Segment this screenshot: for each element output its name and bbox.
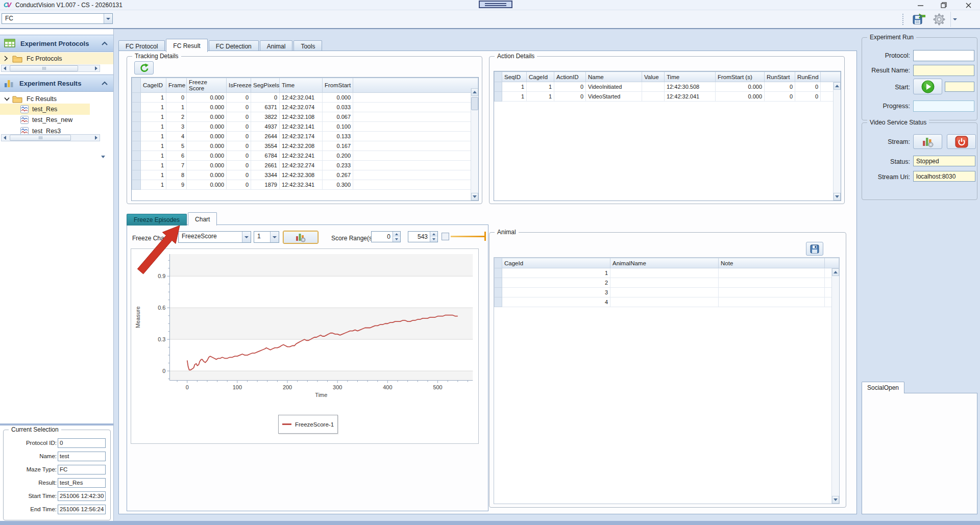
- tab-chart[interactable]: Chart: [188, 212, 217, 226]
- tab-freeze-episodes[interactable]: Freeze Episodes: [127, 214, 187, 226]
- table-row[interactable]: 110VideoInitiated12:42:30.5080.00000: [495, 82, 841, 92]
- range-max-input[interactable]: 543: [408, 231, 438, 242]
- protocol-field[interactable]: [913, 50, 974, 61]
- table-cell[interactable]: 1: [141, 151, 166, 161]
- table-cell[interactable]: 1: [141, 170, 166, 180]
- row-header-cell[interactable]: [495, 297, 502, 307]
- restore-button[interactable]: [935, 0, 952, 10]
- drag-handle[interactable]: [479, 1, 512, 8]
- table-cell[interactable]: 2: [502, 278, 610, 288]
- table-row[interactable]: 120.0000382212:42:32.1080.067: [132, 112, 478, 122]
- row-header-cell[interactable]: [495, 268, 502, 278]
- result-name-field[interactable]: [913, 65, 974, 76]
- name-field[interactable]: test: [58, 452, 106, 461]
- stream-chart-button[interactable]: [913, 134, 942, 149]
- table-cell[interactable]: 12:42:30.508: [665, 82, 716, 92]
- table-row[interactable]: 140.0000264412:42:32.1740.133: [132, 132, 478, 141]
- dropdown-button[interactable]: [104, 14, 112, 23]
- table-cell[interactable]: 12:42:32.208: [280, 141, 323, 151]
- table-cell[interactable]: 3344: [251, 170, 280, 180]
- table-cell[interactable]: 12:42:32.241: [280, 151, 323, 161]
- table-cell[interactable]: [642, 82, 665, 92]
- settings-button[interactable]: [930, 12, 948, 27]
- row-header-cell[interactable]: [495, 92, 502, 102]
- table-cell[interactable]: 0.000: [187, 180, 227, 190]
- scroll-up-button[interactable]: [834, 82, 841, 90]
- chevron-right-icon[interactable]: [4, 56, 10, 62]
- table-cell[interactable]: 0.233: [323, 161, 353, 170]
- table-cell[interactable]: 3822: [251, 112, 280, 122]
- table-cell[interactable]: 0.033: [323, 103, 353, 112]
- table-cell[interactable]: [719, 278, 825, 288]
- table-cell[interactable]: 0: [227, 132, 251, 141]
- table-cell[interactable]: 3: [166, 122, 187, 132]
- dropdown-button[interactable]: [242, 232, 251, 242]
- close-button[interactable]: [960, 0, 977, 10]
- table-row[interactable]: 1: [495, 268, 839, 278]
- stream-power-button[interactable]: [947, 134, 976, 149]
- table-cell[interactable]: 12:42:32.308: [280, 170, 323, 180]
- column-header-cageid[interactable]: CageID: [141, 78, 166, 93]
- table-cell[interactable]: 0: [227, 180, 251, 190]
- table-cell[interactable]: [610, 268, 719, 278]
- toolbar-grip[interactable]: [902, 14, 905, 25]
- column-header-time[interactable]: Time: [280, 78, 323, 93]
- table-cell[interactable]: 1: [141, 103, 166, 112]
- table-cell[interactable]: 4937: [251, 122, 280, 132]
- row-header-cell[interactable]: [132, 141, 141, 151]
- table-cell[interactable]: 0.067: [323, 112, 353, 122]
- dropdown-button[interactable]: [270, 232, 279, 242]
- table-cell[interactable]: 1: [141, 141, 166, 151]
- tab-socialopen[interactable]: SocialOpen: [862, 382, 904, 393]
- row-header-cell[interactable]: [495, 82, 502, 92]
- table-cell[interactable]: 0.167: [323, 141, 353, 151]
- table-row[interactable]: 160.0000678412:42:32.2410.200: [132, 151, 478, 161]
- sidebar-splitter[interactable]: [0, 423, 113, 426]
- table-cell[interactable]: 0.000: [187, 103, 227, 112]
- spinner[interactable]: [430, 232, 437, 242]
- table-cell[interactable]: 0.267: [323, 170, 353, 180]
- row-header-cell[interactable]: [132, 170, 141, 180]
- table-cell[interactable]: 1: [166, 103, 187, 112]
- column-header-note[interactable]: Note: [719, 258, 825, 268]
- table-cell[interactable]: 0.000: [187, 141, 227, 151]
- table-cell[interactable]: 0: [227, 141, 251, 151]
- table-cell[interactable]: 0: [227, 112, 251, 122]
- maze-type-field[interactable]: FC: [58, 465, 106, 474]
- refresh-button[interactable]: [134, 61, 154, 74]
- scroll-down-button[interactable]: [834, 193, 841, 201]
- scrollbar-thumb[interactable]: [10, 135, 71, 141]
- table-row[interactable]: 150.0000355412:42:32.2080.167: [132, 141, 478, 151]
- table-row[interactable]: 3: [495, 288, 839, 297]
- chart-legend[interactable]: FreezeScore-1: [278, 415, 338, 434]
- minimize-button[interactable]: [912, 0, 929, 10]
- column-header-actionid[interactable]: ActionID: [554, 72, 586, 82]
- column-header-seqid[interactable]: SeqID: [502, 72, 527, 82]
- table-cell[interactable]: 1: [141, 112, 166, 122]
- scroll-down-button[interactable]: [832, 496, 839, 504]
- table-cell[interactable]: 4: [502, 297, 610, 307]
- toolbar-overflow-button[interactable]: [950, 12, 959, 27]
- table-cell[interactable]: 1879: [251, 180, 280, 190]
- table-cell[interactable]: 7: [166, 161, 187, 170]
- table-cell[interactable]: 6371: [251, 103, 280, 112]
- chevron-up-icon[interactable]: [101, 41, 108, 45]
- table-cell[interactable]: 3554: [251, 141, 280, 151]
- column-header-segpixels[interactable]: SegPixels: [251, 78, 280, 93]
- tree-item-fc-protocols[interactable]: Fc Protocols: [0, 53, 113, 64]
- vertical-scrollbar[interactable]: [471, 88, 478, 201]
- tree-scroll-down-button[interactable]: [101, 156, 105, 158]
- stream-uri-field[interactable]: localhost:8030: [913, 171, 975, 182]
- horizontal-scrollbar[interactable]: [1, 65, 100, 72]
- table-cell[interactable]: [719, 297, 825, 307]
- horizontal-scrollbar[interactable]: [1, 134, 100, 141]
- table-cell[interactable]: [642, 92, 665, 102]
- table-row[interactable]: 190.0000187912:42:32.3410.300: [132, 180, 478, 190]
- table-cell[interactable]: [719, 268, 825, 278]
- row-header-cell[interactable]: [132, 132, 141, 141]
- table-cell[interactable]: 1: [141, 93, 166, 103]
- table-cell[interactable]: 0: [227, 151, 251, 161]
- table-cell[interactable]: 0: [765, 82, 795, 92]
- row-header-cell[interactable]: [132, 122, 141, 132]
- table-cell[interactable]: 0: [227, 122, 251, 132]
